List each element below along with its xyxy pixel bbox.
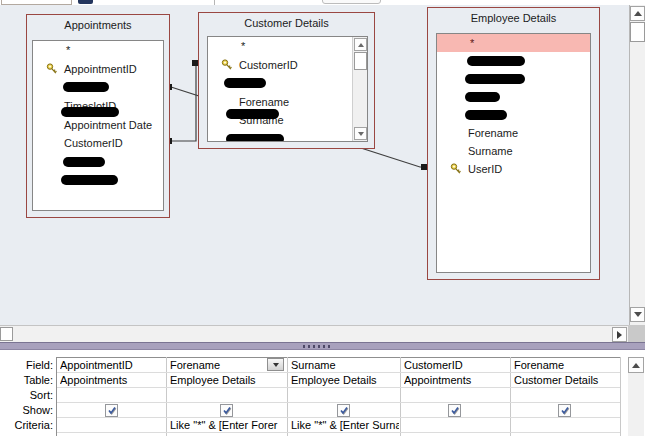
sort-cell-3[interactable]: [291, 389, 396, 402]
criteria-cell-3[interactable]: Like "*" & [Enter Surna: [291, 419, 399, 432]
grid-border: [57, 387, 620, 388]
field-dropdown-button[interactable]: [267, 358, 284, 371]
field-cell-5[interactable]: Forename: [514, 359, 616, 372]
splitter-grip-icon: [303, 345, 333, 348]
show-checkbox-1[interactable]: [105, 404, 118, 417]
field-row-timeslotid[interactable]: TimeslotID: [33, 97, 163, 116]
scroll-up-button[interactable]: [630, 6, 645, 21]
grid-border: [287, 357, 288, 436]
scroll-right-button[interactable]: [612, 327, 627, 342]
show-checkbox-4[interactable]: [448, 404, 461, 417]
table-cell-4[interactable]: Appointments: [404, 374, 506, 387]
criteria-cell-4[interactable]: [404, 419, 506, 432]
grid-border: [510, 357, 511, 436]
field-row-forename[interactable]: Forename: [437, 124, 590, 142]
redaction-bar: [61, 175, 118, 185]
field-list-customer-details: * CustomerID Forename Surname: [207, 36, 368, 142]
scrollbar-thumb[interactable]: [630, 22, 645, 42]
grid-row-label-table: Table:: [0, 374, 53, 386]
scrollbar-thumb[interactable]: [0, 327, 13, 341]
sort-cell-4[interactable]: [404, 389, 506, 402]
field-row-customerid[interactable]: CustomerID: [33, 134, 163, 153]
field-row-redacted[interactable]: [437, 70, 590, 88]
field-row-redacted[interactable]: [33, 171, 163, 190]
primary-key-icon: [46, 63, 58, 75]
field-row-appointment-date[interactable]: Appointment Date: [33, 115, 163, 134]
field-row-asterisk-selected[interactable]: *: [437, 34, 590, 52]
field-row-redacted[interactable]: [437, 52, 590, 70]
table-box-customer-details[interactable]: Customer Details * CustomerID Forename S…: [198, 12, 375, 149]
criteria-cell-5[interactable]: [514, 419, 616, 432]
table-title: Customer Details: [199, 17, 374, 29]
field-row-redacted[interactable]: [208, 74, 367, 93]
grid-row-label-sort: Sort:: [0, 389, 53, 401]
table-cell-3[interactable]: Employee Details: [291, 374, 396, 387]
table-title: Appointments: [27, 19, 169, 31]
field-row-asterisk[interactable]: *: [33, 41, 163, 60]
field-list-employee-details: * Forename Surname UserID: [436, 33, 591, 273]
field-row-redacted[interactable]: [208, 130, 367, 143]
field-row-appointmentid[interactable]: AppointmentID: [33, 60, 163, 79]
field-cell-1[interactable]: AppointmentID: [60, 359, 163, 372]
access-query-design-window: { "design_pane": { "tables": [ { "title"…: [0, 0, 645, 436]
pane-splitter[interactable]: [0, 342, 645, 350]
redaction-bar: [465, 74, 525, 84]
table-title: Employee Details: [428, 12, 599, 24]
tab-bottom-fragment: [322, 0, 381, 4]
redaction-bar: [63, 157, 105, 167]
scroll-up-icon: [634, 11, 642, 16]
scroll-up-icon: [358, 43, 364, 47]
field-row-userid[interactable]: UserID: [437, 160, 590, 178]
criteria-cell-1[interactable]: [60, 419, 163, 432]
grid-border: [620, 357, 621, 436]
grid-border: [56, 357, 57, 436]
sort-cell-2[interactable]: [170, 389, 283, 402]
table-cell-5[interactable]: Customer Details: [514, 374, 616, 387]
show-checkbox-2[interactable]: [220, 404, 233, 417]
redaction-bar: [63, 82, 109, 92]
field-row-asterisk[interactable]: *: [208, 37, 367, 56]
scroll-up-button[interactable]: [354, 38, 367, 51]
field-cell-3[interactable]: Surname: [291, 359, 396, 372]
grid-border: [57, 372, 620, 373]
sort-cell-1[interactable]: [60, 389, 163, 402]
toolbar-icon-fragment: [78, 0, 93, 4]
scroll-up-button[interactable]: [628, 357, 644, 373]
scroll-down-button[interactable]: [354, 127, 367, 140]
field-row-redacted[interactable]: [437, 106, 590, 124]
table-box-employee-details[interactable]: Employee Details * Forename Surname User…: [427, 7, 600, 280]
scroll-down-icon: [358, 132, 364, 136]
scrollbar-thumb[interactable]: [354, 52, 367, 70]
field-row-redacted[interactable]: [33, 78, 163, 97]
grid-row-label-show: Show:: [0, 404, 53, 416]
redaction-bar: [467, 56, 525, 66]
field-cell-4[interactable]: CustomerID: [404, 359, 506, 372]
scroll-right-icon: [617, 331, 622, 339]
sort-cell-5[interactable]: [514, 389, 616, 402]
canvas-horizontal-scrollbar[interactable]: [0, 325, 628, 342]
redaction-bar: [465, 92, 500, 102]
grid-border: [166, 357, 167, 436]
grid-border: [57, 432, 620, 433]
field-cell-2[interactable]: Forename: [170, 359, 265, 372]
primary-key-icon: [221, 59, 233, 71]
scroll-down-button[interactable]: [630, 307, 645, 322]
grid-vertical-scrollbar[interactable]: [627, 350, 645, 436]
field-row-customerid[interactable]: CustomerID: [208, 56, 367, 75]
query-design-canvas[interactable]: Appointments * AppointmentID TimeslotID …: [0, 5, 645, 325]
table-box-appointments[interactable]: Appointments * AppointmentID TimeslotID …: [26, 14, 170, 218]
field-row-redacted[interactable]: [437, 88, 590, 106]
field-row-redacted[interactable]: [33, 153, 163, 172]
show-checkbox-5[interactable]: [558, 404, 571, 417]
field-row-surname[interactable]: Surname: [437, 142, 590, 160]
table-cell-1[interactable]: Appointments: [60, 374, 163, 387]
redaction-bar: [226, 109, 279, 119]
field-list-scrollbar[interactable]: [352, 37, 367, 141]
criteria-cell-2[interactable]: Like "*" & [Enter Forer: [170, 419, 286, 432]
canvas-vertical-scrollbar[interactable]: [629, 5, 645, 325]
show-checkbox-3[interactable]: [337, 404, 350, 417]
table-cell-2[interactable]: Employee Details: [170, 374, 283, 387]
field-row-surname[interactable]: Surname: [208, 111, 367, 130]
join-line-appointments-customerdetails[interactable]: [166, 60, 198, 144]
grid-row-label-field: Field:: [0, 359, 53, 371]
